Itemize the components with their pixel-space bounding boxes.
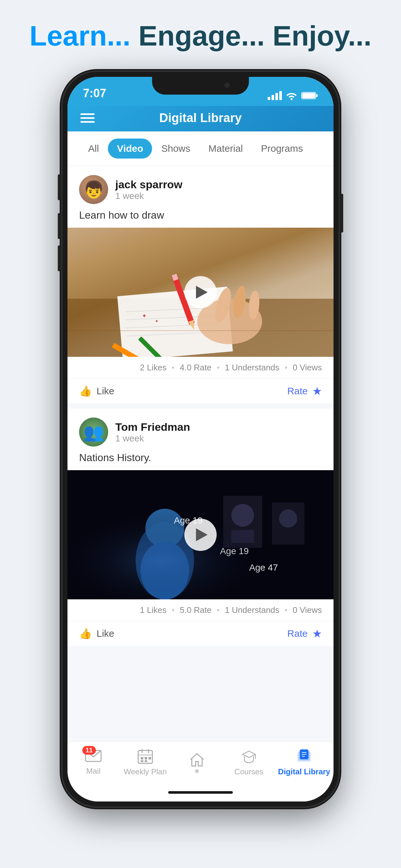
svg-rect-38 [141,757,143,760]
avatar-jack [79,175,108,204]
likes-count-1: 2 Likes [140,363,166,373]
post-header-2: Tom Friedman 1 week [67,408,334,452]
digital-library-icon [296,748,312,765]
svg-rect-41 [141,760,143,762]
signal-bar-3 [275,93,278,100]
rate-label-2: Rate [287,628,308,639]
tab-programs[interactable]: Programs [252,138,312,159]
like-label-2: Like [96,628,114,639]
screen-content: Digital Library All Video Shows Material… [67,106,334,802]
home-icon [189,751,205,768]
tab-all[interactable]: All [79,138,108,159]
calendar-icon [137,748,154,765]
star-icon-2: ★ [312,627,322,640]
thumbs-up-icon: 👍 [79,385,92,397]
post-time-1: 1 week [115,191,144,201]
nav-item-courses[interactable]: Courses [226,748,272,776]
filter-tabs: All Video Shows Material Programs [67,131,334,166]
play-button-1[interactable] [184,276,217,308]
views-count-1: 0 Views [292,363,322,373]
status-icons [268,91,318,100]
post-meta-1: jack sparrow 1 week [115,178,182,201]
tab-material[interactable]: Material [199,138,252,159]
understands-count-2: 1 Understands [225,605,279,615]
hero-dark-text: Engage... Enjoy... [130,20,372,52]
post-title-2: Nations History. [67,452,334,470]
like-button-2[interactable]: 👍 Like [79,627,114,640]
signal-bar-1 [268,97,270,100]
nav-label-mail: Mail [86,767,100,776]
play-button-2[interactable] [184,519,217,551]
svg-rect-1 [316,94,318,97]
tab-shows[interactable]: Shows [152,138,199,159]
signal-bars [268,91,282,100]
home-indicator-bar [168,791,233,794]
mail-icon-wrapper: 11 [85,748,102,764]
signal-bar-2 [272,95,274,100]
courses-icon [241,748,257,765]
views-count-2: 0 Views [292,605,322,615]
post-header-1: jack sparrow 1 week [67,166,334,209]
rate-count-1: 4.0 Rate [180,363,212,373]
likes-count-2: 1 Likes [140,605,166,615]
stats-row-2: 1 Likes • 5.0 Rate • 1 Understands • 0 V… [67,599,334,621]
like-label-1: Like [96,385,114,397]
svg-rect-2 [302,93,315,98]
notch [152,77,249,95]
author-name-2: Tom Friedman [115,421,190,433]
like-button-1[interactable]: 👍 Like [79,385,114,397]
action-bar-2: 👍 Like Rate ★ [67,621,334,646]
post-title-1: Learn how to draw [67,209,334,228]
svg-rect-42 [145,760,147,762]
hero-blue-text: Learn... [29,20,130,52]
understands-count-1: 1 Understands [225,363,279,373]
avatar-tom [79,417,108,446]
battery-icon [301,91,318,100]
star-icon: ★ [312,384,322,398]
home-indicator [67,786,334,802]
nav-label-digital-library: Digital Library [278,767,330,776]
nav-item-weekly-plan[interactable]: Weekly Plan [123,748,168,776]
video-thumbnail-2[interactable]: Age 19 Age 47 [67,470,334,599]
rate-button-1[interactable]: Rate ★ [287,384,322,398]
action-bar-1: 👍 Like Rate ★ [67,379,334,403]
camera [224,83,229,88]
video-thumbnail-1[interactable]: ✦ ✦ [67,228,334,357]
content-area: jack sparrow 1 week Learn how to draw [67,166,334,741]
post-meta-2: Tom Friedman 1 week [115,421,190,444]
rate-button-2[interactable]: Rate ★ [287,627,322,640]
signal-bar-4 [279,91,282,100]
nav-label-courses: Courses [235,767,263,776]
hamburger-menu[interactable] [81,113,95,123]
nav-label-weekly-plan: Weekly Plan [124,767,166,776]
mail-badge: 11 [82,746,96,755]
stats-row-1: 2 Likes • 4.0 Rate • 1 Understands • 0 V… [67,357,334,379]
nav-item-digital-library[interactable]: Digital Library [278,748,330,776]
post-card-2: Tom Friedman 1 week Nations History. [67,408,334,646]
phone-frame: 7:07 [62,71,339,807]
home-dot [195,769,199,773]
svg-text:✦: ✦ [142,313,147,319]
author-name-1: jack sparrow [115,178,182,191]
nav-bar: Digital Library [67,106,334,131]
nav-item-mail[interactable]: 11 Mail [71,748,116,776]
svg-text:✦: ✦ [155,318,159,324]
post-card-1: jack sparrow 1 week Learn how to draw [67,166,334,403]
thumbs-up-icon-2: 👍 [79,627,92,640]
svg-rect-39 [145,757,147,760]
hero-section: Learn... Engage... Enjoy... [0,20,401,52]
status-time: 7:07 [83,87,106,100]
post-time-2: 1 week [115,433,144,443]
svg-rect-40 [149,757,151,760]
wifi-icon [286,91,297,100]
tab-video[interactable]: Video [108,138,152,159]
rate-label-1: Rate [287,385,308,397]
nav-title: Digital Library [159,111,242,125]
phone-screen: 7:07 [67,77,334,802]
nav-item-home[interactable] [174,751,220,773]
rate-count-2: 5.0 Rate [180,605,212,615]
bottom-nav: 11 Mail Wee [67,741,334,786]
